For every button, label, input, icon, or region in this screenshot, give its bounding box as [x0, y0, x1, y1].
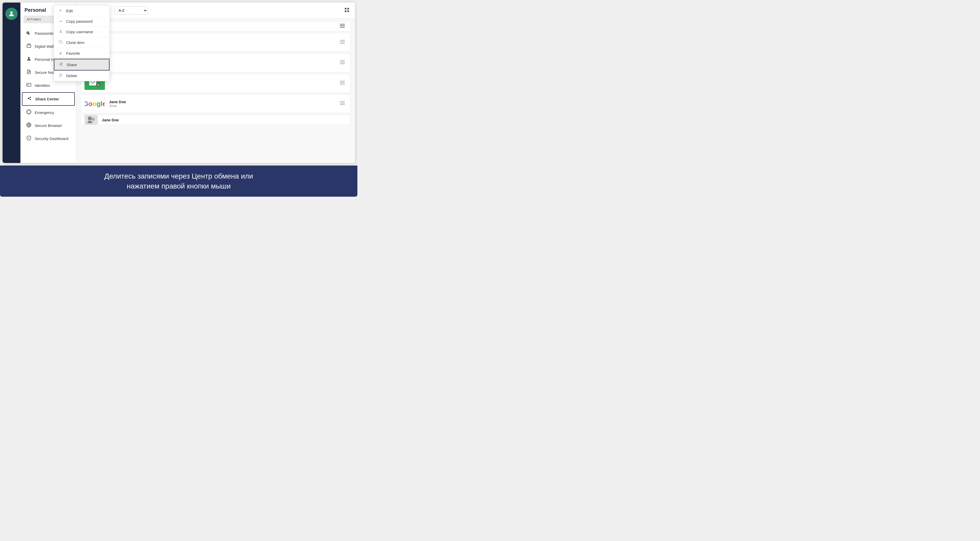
avatar[interactable] — [5, 8, 18, 20]
app-container: Personal All Folders ▼ Passwords Di — [3, 3, 355, 163]
grid-view-icon[interactable] — [344, 7, 350, 14]
svg-point-5 — [27, 84, 29, 85]
google-logo: Google — [84, 97, 105, 110]
svg-point-8 — [30, 99, 31, 100]
emergency-icon — [26, 109, 32, 116]
item-name: Jane Doe — [102, 118, 347, 122]
svg-rect-34 — [340, 41, 345, 42]
list-item[interactable]: Google Jane Doe JDoe — [81, 94, 351, 113]
list-item[interactable]: Jane Doe — [81, 115, 351, 125]
list-item[interactable]: Instagram — [81, 53, 351, 72]
shield-icon — [26, 136, 32, 142]
svg-rect-36 — [340, 60, 345, 61]
bottom-banner: Делитесь записями через Центр обмена или… — [0, 166, 357, 197]
svg-rect-43 — [340, 81, 345, 81]
google-logo-text: Google — [84, 100, 105, 108]
sidebar-item-emergency[interactable]: Emergency — [22, 106, 75, 119]
sort-select[interactable]: A-Z Z-A Date Added Last Modified — [115, 6, 148, 14]
item-menu-button[interactable] — [338, 100, 347, 108]
svg-rect-17 — [347, 8, 349, 9]
svg-point-7 — [30, 97, 31, 98]
item-menu-button[interactable] — [338, 38, 347, 46]
content-area: + VIEW BY A-Z Z-A Date Added Last Modifi… — [76, 3, 355, 163]
share-center-icon — [27, 96, 32, 102]
svg-point-0 — [10, 11, 13, 14]
svg-rect-16 — [345, 8, 347, 9]
svg-rect-47 — [340, 103, 345, 104]
svg-rect-25 — [340, 27, 345, 27]
svg-rect-35 — [340, 43, 345, 44]
browser-icon — [26, 122, 32, 129]
sidebar-label-security-dashboard: Security Dashboard — [35, 136, 68, 141]
context-menu-copy-password[interactable]: ••• Copy password — [81, 21, 110, 27]
svg-point-50 — [92, 118, 95, 121]
item-owner: Jane Doe — [109, 100, 334, 104]
sidebar-item-security-dashboard[interactable]: Security Dashboard — [22, 132, 75, 145]
toolbar: + VIEW BY A-Z Z-A Date Added Last Modifi… — [76, 3, 355, 19]
key-icon — [26, 30, 32, 37]
svg-rect-45 — [340, 84, 345, 85]
svg-rect-38 — [340, 63, 345, 64]
svg-rect-24 — [340, 25, 345, 26]
svg-rect-33 — [340, 40, 345, 41]
list-item[interactable]: Edit ••• Copy password Copy us — [81, 21, 351, 32]
svg-rect-19 — [347, 10, 349, 12]
svg-point-6 — [28, 98, 29, 99]
sidebar-label-share-center: Share Center — [35, 97, 59, 101]
list-item[interactable] — [81, 74, 351, 93]
svg-rect-37 — [340, 62, 345, 62]
svg-rect-2 — [28, 72, 30, 72]
copy-username-label: Copy username — [81, 30, 93, 32]
banner-text: Делитесь записями через Центр обмена или… — [104, 172, 253, 190]
svg-rect-23 — [340, 24, 345, 24]
item-menu-button[interactable] — [338, 80, 347, 87]
folder-select-value: All Folders — [27, 18, 41, 21]
svg-rect-18 — [345, 10, 347, 12]
svg-point-41 — [96, 83, 100, 87]
sidebar-label-emergency: Emergency — [35, 110, 54, 115]
copy-password-label: Copy password — [81, 21, 92, 24]
left-sidebar — [3, 3, 21, 163]
svg-line-9 — [29, 97, 30, 98]
svg-point-1 — [28, 57, 30, 59]
sidebar-label-secure-browser: Secure Browser — [35, 123, 62, 128]
svg-rect-48 — [340, 104, 345, 105]
password-list: Edit ••• Copy password Copy us — [76, 19, 355, 163]
sidebar-item-share-center[interactable]: Share Center — [22, 92, 75, 106]
svg-line-10 — [29, 99, 30, 99]
sidebar-item-secure-browser[interactable]: Secure Browser — [22, 119, 75, 132]
sidebar-label-identities: Identities — [35, 83, 50, 88]
context-menu: Edit ••• Copy password Copy us — [81, 21, 110, 32]
wallet-icon — [26, 43, 32, 49]
notes-icon — [26, 69, 32, 76]
item-username: JDoe — [109, 104, 334, 108]
svg-rect-46 — [340, 101, 345, 102]
item-menu-button[interactable] — [338, 22, 347, 30]
list-item[interactable]: facebook — [81, 33, 351, 52]
context-menu-copy-username[interactable]: Copy username — [81, 27, 110, 32]
item-logo — [84, 115, 98, 124]
item-menu-button[interactable] — [338, 59, 347, 67]
svg-point-49 — [88, 116, 92, 120]
id-icon — [26, 82, 32, 89]
item-info: Jane Doe JDoe — [109, 100, 334, 108]
svg-rect-4 — [27, 83, 31, 86]
svg-rect-44 — [340, 82, 345, 83]
sidebar-label-passwords: Passwords — [35, 31, 53, 35]
person-icon — [26, 56, 32, 62]
item-info: Jane Doe — [102, 118, 347, 122]
